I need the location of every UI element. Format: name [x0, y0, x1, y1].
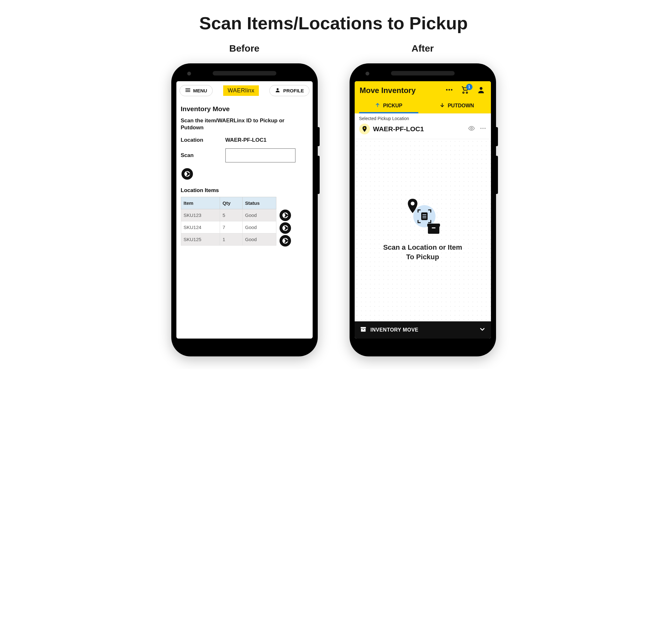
scan-row: Scan: [181, 148, 308, 162]
svg-rect-31: [361, 329, 365, 332]
location-row: Location WAER-PF-LOC1: [181, 137, 308, 143]
page-title: Scan Items/Locations to Pickup: [6, 13, 661, 33]
table-row[interactable]: SKU123 5 Good: [181, 209, 276, 221]
cell-item: SKU124: [181, 221, 220, 234]
col-item: Item: [181, 197, 220, 209]
screen-instruction: Scan the item/WAERLinx ID to Pickup or P…: [181, 117, 308, 131]
phone-side-button: [496, 156, 498, 194]
menu-label: MENU: [193, 88, 207, 93]
svg-point-22: [411, 202, 414, 206]
phone-speaker: [213, 71, 276, 76]
scan-hero: Scan a Location or Item To Pickup: [355, 139, 491, 321]
row-arrows: [279, 209, 292, 247]
svg-rect-25: [422, 216, 426, 216]
before-column: Before MENU WAERlinx: [171, 43, 318, 356]
cell-status: Good: [242, 234, 276, 245]
svg-rect-12: [283, 240, 285, 242]
hero-text: Scan a Location or Item To Pickup: [383, 243, 462, 261]
screen-title: Inventory Move: [181, 105, 308, 113]
selected-location-value: WAER-PF-LOC1: [373, 125, 465, 133]
svg-point-20: [482, 128, 484, 129]
cell-status: Good: [242, 221, 276, 234]
row-arrow-button[interactable]: [279, 222, 292, 235]
menu-button[interactable]: MENU: [180, 85, 213, 96]
more-horizontal-icon: [479, 127, 487, 133]
bottom-bar[interactable]: INVENTORY MOVE: [355, 321, 491, 339]
location-items-wrap: Item Qty Status SKU123 5 Good: [181, 197, 308, 247]
svg-rect-28: [427, 224, 440, 227]
menu-icon: [185, 87, 191, 94]
cell-item: SKU125: [181, 234, 220, 245]
table-header-row: Item Qty Status: [181, 197, 276, 209]
svg-rect-27: [428, 226, 439, 234]
eye-icon: [468, 127, 475, 133]
tab-putdown-label: PUTDOWN: [448, 103, 474, 109]
row-arrow-button[interactable]: [279, 209, 292, 222]
before-screen: MENU WAERlinx PROFILE Inventory Move Sca…: [176, 81, 313, 339]
col-status: Status: [242, 197, 276, 209]
svg-rect-29: [432, 227, 436, 228]
profile-button[interactable]: [476, 86, 486, 95]
svg-point-17: [363, 127, 365, 129]
profile-button[interactable]: PROFILE: [269, 85, 309, 96]
submit-arrow-button[interactable]: [181, 167, 194, 180]
archive-icon: [360, 326, 367, 334]
phone-speaker: [391, 71, 455, 76]
svg-point-16: [479, 87, 482, 90]
more-button[interactable]: [444, 86, 454, 95]
view-button[interactable]: [468, 125, 475, 133]
location-items-table: Item Qty Status SKU123 5 Good: [181, 197, 276, 245]
cell-qty: 1: [220, 234, 243, 245]
svg-rect-3: [185, 173, 187, 175]
tab-pickup-label: PICKUP: [383, 103, 402, 109]
phone-side-button: [318, 127, 320, 146]
selected-location-label: Selected Pickup Location: [355, 113, 491, 122]
location-more-button[interactable]: [479, 125, 487, 133]
bottom-bar-label: INVENTORY MOVE: [371, 327, 475, 333]
cell-item: SKU123: [181, 209, 220, 221]
more-horizontal-icon: [445, 86, 453, 95]
hero-line1: Scan a Location or Item: [383, 243, 462, 252]
svg-rect-24: [422, 214, 426, 215]
profile-label: PROFILE: [283, 88, 304, 93]
phone-side-button: [496, 127, 498, 146]
cell-status: Good: [242, 209, 276, 221]
cart-button[interactable]: 1: [460, 86, 470, 95]
table-row[interactable]: SKU125 1 Good: [181, 234, 276, 245]
phone-side-button: [318, 156, 320, 194]
location-label: Location: [181, 137, 225, 143]
svg-point-0: [277, 88, 279, 90]
svg-point-15: [451, 89, 452, 91]
svg-point-18: [471, 127, 472, 129]
after-screen: Move Inventory 1: [355, 81, 491, 339]
after-actions: 1: [444, 86, 486, 95]
table-row[interactable]: SKU124 7 Good: [181, 221, 276, 234]
after-tabs: PICKUP PUTDOWN: [355, 98, 491, 113]
after-appbar: Move Inventory 1: [355, 81, 491, 98]
tab-pickup[interactable]: PICKUP: [355, 98, 423, 113]
box-icon: [427, 223, 440, 236]
scan-illustration: [404, 199, 442, 237]
location-badge-icon: [359, 124, 370, 134]
after-phone-frame: Move Inventory 1: [349, 63, 496, 356]
svg-point-21: [484, 128, 486, 129]
scan-input[interactable]: [225, 148, 295, 162]
before-topbar: MENU WAERlinx PROFILE: [176, 81, 313, 99]
location-value: WAER-PF-LOC1: [225, 137, 266, 143]
before-label: Before: [229, 43, 259, 54]
arrow-up-icon: [375, 102, 380, 109]
selected-location-row: WAER-PF-LOC1: [355, 122, 491, 139]
arrow-down-icon: [439, 102, 445, 109]
before-phone-frame: MENU WAERlinx PROFILE Inventory Move Sca…: [171, 63, 318, 356]
person-icon: [275, 87, 280, 94]
tab-putdown[interactable]: PUTDOWN: [423, 98, 491, 113]
cell-qty: 5: [220, 209, 243, 221]
svg-point-13: [446, 89, 448, 91]
svg-rect-30: [360, 327, 366, 329]
svg-point-19: [480, 128, 482, 129]
before-body: Inventory Move Scan the item/WAERLinx ID…: [176, 99, 313, 247]
row-arrow-button[interactable]: [279, 235, 292, 247]
brand-logo: WAERlinx: [223, 85, 259, 96]
location-items-title: Location Items: [181, 187, 308, 194]
svg-rect-32: [363, 329, 364, 330]
